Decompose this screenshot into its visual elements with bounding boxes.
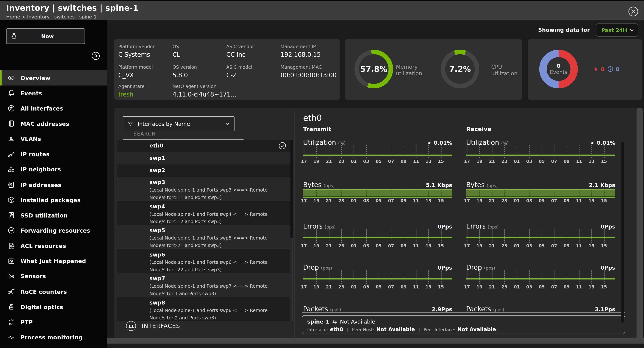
sidebar-item-label: Digital optics (20, 303, 63, 310)
axis-tick: 03 (526, 198, 532, 203)
metric-unit: (pps) (484, 265, 495, 270)
ptp-icon (8, 318, 15, 326)
sidebar-item-digital-optics[interactable]: Digital optics (0, 299, 107, 314)
axis-tick: 05 (376, 284, 382, 289)
now-label: Now (18, 33, 77, 39)
axis-tick: 07 (388, 198, 394, 203)
receive-column-title: Receive (466, 126, 492, 132)
info-field-netq-agent-version: NetQ agent version4.11.0-cl4u48~171... (172, 84, 236, 98)
metric-value: 2.1 Kbps (589, 182, 615, 188)
axis-tick: 07 (551, 159, 557, 164)
peer-interface-label: Peer Interface: (424, 327, 456, 332)
sidebar-item-label: IP addresses (20, 181, 62, 188)
sidebar-item-ip-neighbors[interactable]: IP neighbors (0, 162, 107, 177)
sidebar-item-forwarding-resources[interactable]: Forwarding resources (0, 223, 107, 238)
package-icon (8, 196, 15, 204)
play-button[interactable] (91, 51, 101, 61)
axis-tick: 21 (489, 243, 495, 248)
separator: | (347, 327, 348, 332)
sidebar-item-sensors[interactable]: Sensors (0, 269, 107, 284)
sidebar-item-label: RoCE counters (20, 288, 67, 295)
axis-tick: 07 (551, 198, 557, 203)
page-vertical-scrollbar[interactable] (636, 108, 643, 342)
routes-icon (8, 150, 15, 158)
sidebar-item-label: Forwarding resources (20, 227, 90, 234)
axis-tick: 01 (514, 243, 520, 248)
neighbors-icon (8, 166, 15, 173)
receive-drop-axis: 171921230103050709111315 (466, 284, 615, 289)
sidebar-item-ip-addresses[interactable]: IP addresses (0, 177, 107, 192)
axis-tick: 03 (363, 159, 369, 164)
sidebar-item-roce-counters[interactable]: RoCE counters (0, 284, 107, 299)
metric-label: Errors (466, 222, 486, 230)
time-range-select[interactable]: Past 24H (596, 23, 638, 37)
axis-tick: 09 (564, 198, 570, 203)
axis-tick: 21 (326, 159, 332, 164)
metric-unit: (pps) (324, 224, 336, 229)
sidebar-item-mac-addresses[interactable]: MAC addresses (0, 116, 107, 131)
axis-tick: 15 (601, 243, 607, 248)
sidebar-item-label: SSD utilization (20, 212, 68, 219)
sidebar-item-vlans[interactable]: VLANs (0, 131, 107, 147)
receive-errors-chart (466, 229, 615, 243)
page-horizontal-scrollbar[interactable] (107, 338, 644, 344)
sidebar-item-process-monitoring[interactable]: Process monitoring (0, 330, 107, 345)
alarm-count: 0 (601, 66, 605, 72)
axis-tick: 09 (400, 198, 406, 203)
axis-tick: 11 (413, 198, 419, 203)
axis-tick: 15 (438, 159, 444, 164)
transmit-utilization-chart (303, 145, 452, 158)
showing-data-for-label: Showing data for (538, 27, 590, 33)
forward-icon (8, 227, 15, 234)
axis-tick: 17 (464, 243, 470, 248)
bell-icon (8, 89, 15, 97)
receive-errors-header: Errors(pps)0Pps (466, 222, 615, 230)
axis-tick: 11 (413, 284, 419, 289)
axis-tick: 03 (526, 159, 532, 164)
axis-tick: 07 (388, 284, 394, 289)
receive-errors-axis: 171921230103050709111315 (466, 243, 615, 248)
sidebar-item-acl-resources[interactable]: ACL resources (0, 238, 107, 253)
axis-tick: 19 (476, 243, 482, 248)
sidebar-item-all-interfaces[interactable]: All interfaces (0, 101, 107, 116)
peer-interface-value: Not Available (458, 326, 496, 332)
info-count: 0 (616, 66, 619, 72)
info-field-asic-model: ASIC modelC-Z (226, 65, 252, 79)
axis-tick: 01 (351, 284, 357, 289)
axis-tick: 15 (438, 243, 444, 248)
memory-utilization-value: 57.8% (360, 65, 387, 74)
info-field-management-ip: Management IP192.168.0.15 (280, 44, 321, 59)
sidebar-item-ssd-utilization[interactable]: SSD utilization (0, 208, 107, 223)
sidebar-item-installed-packages[interactable]: Installed packages (0, 192, 107, 208)
axis-tick: 03 (526, 284, 532, 289)
axis-tick: 15 (601, 284, 607, 289)
sidebar-item-ptp[interactable]: PTP (0, 314, 107, 330)
interface-label: Interface: (307, 327, 328, 332)
metric-label: Drop (466, 263, 482, 271)
close-button[interactable] (628, 6, 639, 17)
sensors-icon (8, 272, 15, 280)
metric-value: 0Pps (438, 224, 452, 230)
transmit-drop-header: Drop(pps)0Pps (303, 263, 452, 271)
metric-label: Packets (466, 305, 491, 313)
sidebar-item-ip-routes[interactable]: IP routes (0, 147, 107, 162)
axis-tick: 01 (514, 159, 520, 164)
metric-unit: (pps) (493, 307, 504, 312)
sidebar-item-events[interactable]: Events (0, 86, 107, 101)
axis-tick: 05 (376, 243, 382, 248)
axis-tick: 01 (351, 243, 357, 248)
sidebar-item-overview[interactable]: Overview (0, 70, 107, 86)
transmit-errors-chart (303, 229, 452, 243)
peer-host-label: Peer Host: (352, 327, 374, 332)
transmit-bytes-header: Bytes(bps)5.1 Kbps (303, 181, 452, 189)
sidebar-item-label: Overview (20, 75, 50, 81)
charts-scrollbar[interactable] (621, 142, 624, 323)
metric-label: Drop (303, 263, 319, 271)
sidebar-item-what-just-happened[interactable]: What Just Happened (0, 253, 107, 269)
time-now-button[interactable]: Now (6, 28, 85, 44)
axis-tick: 11 (413, 159, 419, 164)
metric-unit: (pps) (330, 307, 341, 312)
axis-tick: 05 (538, 284, 544, 289)
metric-value: 3.1Pps (595, 306, 615, 312)
axis-tick: 19 (476, 284, 482, 289)
